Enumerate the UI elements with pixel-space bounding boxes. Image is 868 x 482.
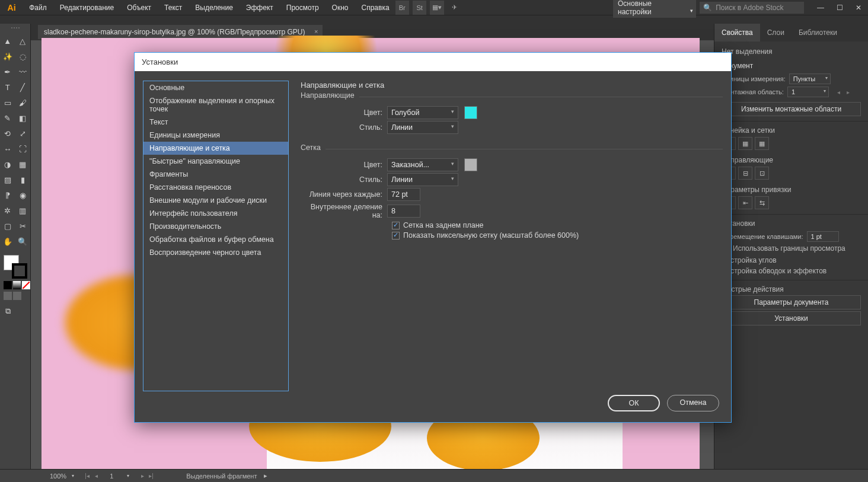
ok-button[interactable]: ОК: [608, 395, 660, 411]
cat-black[interactable]: Воспроизведение черного цвета: [143, 246, 288, 259]
cat-ui[interactable]: Интерфейс пользователя: [143, 207, 288, 220]
last-artboard-icon[interactable]: ▸|: [147, 473, 155, 479]
next-artboard-icon[interactable]: ▸: [844, 87, 853, 97]
tool-direct-select[interactable]: △: [15, 33, 31, 49]
tab-libraries[interactable]: Библиотеки: [792, 24, 844, 42]
tool-rotate[interactable]: ⟲: [0, 126, 15, 141]
tool-perspective[interactable]: ▦: [15, 157, 31, 172]
menu-file[interactable]: Файл: [23, 0, 53, 15]
gpu-icon[interactable]: ✈: [448, 1, 461, 15]
tool-symbol-spray[interactable]: ✲: [0, 203, 15, 218]
ruler-btn-2[interactable]: ▦: [738, 137, 752, 150]
cat-smart-guides[interactable]: "Быстрые" направляющие: [143, 155, 288, 168]
tool-curvature[interactable]: 〰: [15, 64, 31, 79]
first-artboard-icon[interactable]: |◂: [83, 473, 91, 479]
tool-rect[interactable]: ▭: [0, 95, 15, 110]
guides-color-swatch[interactable]: [464, 106, 477, 119]
tool-shaper[interactable]: ✎: [0, 110, 15, 126]
cat-slices[interactable]: Фрагменты: [143, 168, 288, 181]
tool-line[interactable]: ╱: [15, 79, 31, 95]
grid-color-dropdown[interactable]: Заказной...: [387, 158, 458, 171]
menu-window[interactable]: Окно: [326, 0, 355, 15]
artboard-dropdown[interactable]: 1: [787, 87, 829, 97]
workspace-switcher[interactable]: Основные настройки: [613, 0, 696, 18]
stroke-setup-link[interactable]: Настройка обводок и эффектов: [722, 267, 826, 275]
stroke-swatch[interactable]: [12, 263, 27, 279]
cat-hyphenation[interactable]: Расстановка переносов: [143, 181, 288, 194]
screen-mode[interactable]: ⧉: [0, 304, 15, 319]
tool-width[interactable]: ↔: [0, 141, 15, 157]
grid-every-input[interactable]: 72 pt: [387, 188, 420, 201]
tool-lasso[interactable]: ◌: [15, 49, 31, 64]
cat-units[interactable]: Единицы измерения: [143, 129, 288, 142]
tool-artboard[interactable]: ▢: [0, 218, 15, 234]
menu-select[interactable]: Выделение: [189, 0, 239, 15]
tool-pen[interactable]: ✒: [0, 64, 15, 79]
prev-artboard-icon[interactable]: ◂: [92, 473, 100, 479]
cancel-button[interactable]: Отмена: [667, 395, 719, 411]
cat-plugins[interactable]: Внешние модули и рабочие диски: [143, 194, 288, 207]
tool-shape-builder[interactable]: ◑: [0, 157, 15, 172]
prev-artboard-icon[interactable]: ◂: [835, 87, 843, 97]
cat-file-clipboard[interactable]: Обработка файлов и буфер обмена: [143, 233, 288, 246]
grid-color-swatch[interactable]: [464, 158, 477, 171]
guides-btn-2[interactable]: ⊟: [738, 167, 752, 180]
menu-view[interactable]: Просмотр: [280, 0, 325, 15]
tab-layers[interactable]: Слои: [760, 24, 792, 42]
menu-type[interactable]: Текст: [158, 0, 188, 15]
tool-slice[interactable]: ✂: [15, 218, 31, 234]
ruler-btn-3[interactable]: ▦: [755, 137, 769, 150]
prefs-button[interactable]: Установки: [722, 311, 861, 325]
tool-zoom[interactable]: 🔍: [15, 234, 31, 249]
cat-general[interactable]: Основные: [143, 81, 288, 94]
status-more-icon[interactable]: ▸: [264, 472, 267, 480]
tool-hand[interactable]: ✋: [0, 234, 15, 249]
tool-scale[interactable]: ⤢: [15, 126, 31, 141]
artboard-nav-dropdown[interactable]: 1: [107, 472, 131, 480]
menu-edit[interactable]: Редактирование: [54, 0, 120, 15]
none-mode[interactable]: [22, 281, 30, 289]
tool-graph[interactable]: ▥: [15, 203, 31, 218]
search-stock-input[interactable]: 🔍Поиск в Adobe Stock: [700, 2, 804, 14]
cat-type[interactable]: Текст: [143, 116, 288, 129]
arrange-icon[interactable]: ▦▾: [430, 1, 443, 15]
window-maximize[interactable]: ☐: [830, 2, 849, 14]
tool-type[interactable]: T: [0, 79, 15, 95]
tool-brush[interactable]: 🖌: [15, 95, 31, 110]
tool-selection[interactable]: ▲: [0, 33, 15, 49]
tool-wand[interactable]: ✨: [0, 49, 15, 64]
snap-btn-3[interactable]: ⇆: [755, 196, 769, 209]
cat-performance[interactable]: Производительность: [143, 220, 288, 233]
menu-object[interactable]: Объект: [121, 0, 157, 15]
tool-blend[interactable]: ◉: [15, 187, 31, 203]
snap-btn-2[interactable]: ⇤: [738, 196, 752, 209]
draw-behind[interactable]: [13, 292, 21, 300]
tool-eraser[interactable]: ◧: [15, 110, 31, 126]
window-minimize[interactable]: —: [811, 2, 830, 14]
cat-guides-grid[interactable]: Направляющие и сетка: [143, 142, 288, 155]
cat-selection-anchor[interactable]: Отображение выделения и опорных точек: [143, 94, 288, 116]
units-dropdown[interactable]: Пункты: [789, 74, 831, 84]
toolbar-grip[interactable]: [0, 27, 30, 32]
key-increment-input[interactable]: 1 pt: [807, 231, 839, 242]
fill-stroke-swatches[interactable]: [0, 253, 31, 280]
draw-normal[interactable]: [4, 292, 12, 300]
close-tab-icon[interactable]: ×: [314, 28, 318, 35]
tab-properties[interactable]: Свойства: [714, 24, 760, 42]
gradient-mode[interactable]: [13, 281, 21, 289]
bridge-icon[interactable]: Br: [395, 1, 409, 15]
menu-help[interactable]: Справка: [356, 0, 395, 15]
color-mode[interactable]: [4, 281, 12, 289]
grid-back-checkbox[interactable]: [392, 222, 400, 229]
grid-style-dropdown[interactable]: Линии: [387, 173, 458, 186]
pixel-grid-checkbox[interactable]: [392, 232, 400, 240]
window-close[interactable]: ✕: [849, 2, 868, 14]
tool-free-transform[interactable]: ⛶: [15, 141, 31, 157]
zoom-dropdown[interactable]: 100%: [47, 472, 76, 480]
guides-btn-3[interactable]: ⊡: [755, 167, 769, 180]
next-artboard-icon[interactable]: ▸: [138, 473, 146, 479]
guides-color-dropdown[interactable]: Голубой: [387, 106, 458, 119]
grid-subdiv-input[interactable]: 8: [387, 205, 420, 218]
edit-artboards-button[interactable]: Изменить монтажные области: [722, 102, 861, 116]
stock-icon[interactable]: St: [413, 1, 426, 15]
